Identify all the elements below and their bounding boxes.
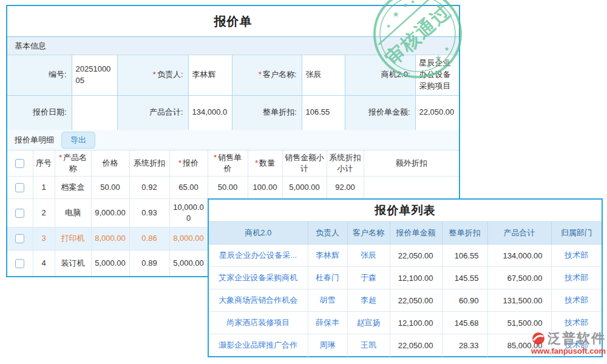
list-cell-owner[interactable]: 周琳 — [308, 334, 347, 357]
list-cell-owner[interactable]: 薛保丰 — [308, 312, 347, 334]
field-label-text: 报价日期: — [33, 107, 67, 116]
column-header-product-name: *产品名称 — [55, 150, 91, 176]
required-asterisk: * — [178, 158, 181, 167]
basic-info-section-header: 基本信息 — [7, 36, 459, 55]
list-cell-department[interactable]: 技术部 — [551, 334, 602, 357]
field-label-text: 整单折扣: — [263, 107, 297, 116]
list-cell-amount: 12,100.00 — [390, 267, 442, 289]
field-label: 报价日期: — [7, 95, 72, 130]
svg-text:★: ★ — [410, 0, 415, 5]
basic-info-section-title: 基本信息 — [15, 41, 46, 52]
list-window-title: 报价单列表 — [209, 200, 602, 221]
cell-extra-discount — [364, 176, 459, 198]
required-asterisk: * — [214, 153, 217, 162]
row-checkbox[interactable] — [15, 234, 24, 243]
list-column-header-department[interactable]: 归属部门 — [551, 222, 602, 244]
field-label-text: 编号: — [49, 70, 67, 79]
cell-seq: 2 — [33, 198, 55, 227]
column-header-seq: 序号 — [33, 150, 55, 176]
field-label-text: 产品合计: — [149, 107, 183, 116]
required-asterisk: * — [259, 70, 262, 79]
list-cell-department[interactable]: 技术部 — [551, 244, 602, 267]
list-cell-customer[interactable]: 于森 — [347, 267, 390, 289]
column-header-sys-discount: 系统折扣 — [129, 150, 169, 176]
field-value[interactable]: 22,050.00 — [415, 95, 459, 130]
row-checkbox[interactable] — [15, 259, 24, 268]
field-value[interactable]: 2025100005 — [72, 55, 117, 95]
field-value[interactable]: 张辰 — [302, 55, 345, 95]
list-row[interactable]: 大象商场营销合作机会胡雪李超22,050.0060.90131,500.00技术… — [209, 289, 602, 312]
list-cell-discount: 106.55 — [442, 244, 487, 267]
list-cell-opportunity[interactable]: 星辰企业办公设备采... — [209, 244, 308, 267]
list-row[interactable]: 灏影企业品牌推广合作周琳王凯22,050.0028.3385,000.00技术部 — [209, 334, 602, 357]
field-value[interactable]: 李林辉 — [188, 55, 232, 95]
list-column-header-amount[interactable]: 报价单金额 — [390, 222, 442, 244]
row-checkbox-cell — [7, 250, 33, 276]
list-cell-opportunity[interactable]: 大象商场营销合作机会 — [209, 289, 308, 312]
field-label: 报价单金额: — [345, 95, 415, 130]
field-value[interactable]: 106.55 — [302, 95, 345, 130]
list-cell-opportunity[interactable]: 艾家企业设备采购商机 — [209, 267, 308, 289]
field-value[interactable]: 134,000.0 — [188, 95, 232, 130]
field-value[interactable] — [72, 95, 117, 130]
column-header-text: 报价 — [183, 158, 198, 167]
list-row[interactable]: 尚家酒店装修项目薛保丰赵宣扬12,100.00145.6851,500.00技术… — [209, 312, 602, 334]
cell-product-name: 档案盒 — [55, 176, 91, 198]
list-cell-opportunity[interactable]: 尚家酒店装修项目 — [209, 312, 308, 334]
cell-sys-discount: 0.86 — [129, 227, 169, 250]
field-label-text: 负责人: — [157, 70, 183, 79]
table-row[interactable]: 1档案盒50.000.9265.0050.00100.005,000.0092.… — [7, 176, 459, 198]
list-column-header-product-total[interactable]: 产品合计 — [487, 222, 551, 244]
list-column-header-discount[interactable]: 整单折扣 — [442, 222, 487, 244]
cell-quote: 5,000.00 — [169, 250, 208, 276]
list-cell-department[interactable]: 技术部 — [551, 267, 602, 289]
required-asterisk: * — [255, 158, 258, 167]
quote-list-table: 商机2.0负责人客户名称报价单金额整单折扣产品合计归属部门星辰企业办公设备采..… — [209, 221, 602, 357]
list-row[interactable]: 艾家企业设备采购商机杜春门于森12,100.00145.5567,500.00技… — [209, 267, 602, 289]
list-cell-amount: 22,050.00 — [390, 289, 442, 312]
list-cell-opportunity[interactable]: 灏影企业品牌推广合作 — [209, 334, 308, 357]
list-cell-customer[interactable]: 张辰 — [347, 244, 390, 267]
column-header-text: 销售金额小计 — [285, 153, 324, 173]
list-cell-department[interactable]: 技术部 — [551, 289, 602, 312]
quote-list-window: 报价单列表 商机2.0负责人客户名称报价单金额整单折扣产品合计归属部门星辰企业办… — [208, 198, 603, 357]
list-cell-owner[interactable]: 杜春门 — [308, 267, 347, 289]
required-asterisk: * — [59, 153, 62, 162]
export-button[interactable]: 导出 — [61, 132, 95, 149]
list-cell-owner[interactable]: 李林辉 — [308, 244, 347, 267]
list-cell-product-total: 85,000.00 — [487, 334, 551, 357]
column-header-price: 价格 — [91, 150, 129, 176]
list-cell-owner[interactable]: 胡雪 — [308, 289, 347, 312]
cell-product-name: 打印机 — [55, 227, 91, 250]
row-checkbox[interactable] — [15, 209, 24, 218]
column-header-text: 销售单价 — [218, 153, 242, 173]
field-label: 编号: — [7, 55, 72, 95]
basic-info-row: 报价日期:产品合计:134,000.0整单折扣:106.55报价单金额:22,0… — [7, 95, 459, 130]
field-label-text: 报价单金额: — [368, 107, 410, 116]
detail-section-title: 报价单明细 — [15, 135, 54, 146]
cell-seq: 1 — [33, 176, 55, 198]
list-cell-customer[interactable]: 王凯 — [347, 334, 390, 357]
field-label-text: 商机2.0: — [381, 70, 410, 79]
list-cell-discount: 60.90 — [442, 289, 487, 312]
column-header-text: 数量 — [259, 158, 275, 167]
list-cell-customer[interactable]: 赵宣扬 — [347, 312, 390, 334]
cell-sys-discount-subtotal: 92.00 — [327, 176, 364, 198]
list-column-header-opportunity[interactable]: 商机2.0 — [209, 222, 308, 244]
list-column-header-owner[interactable]: 负责人 — [308, 222, 347, 244]
list-cell-amount: 12,100.00 — [390, 312, 442, 334]
field-value[interactable]: 星辰企业办公设备采购项目 — [415, 55, 459, 95]
column-header-sale-amount-subtotal: 销售金额小计 — [282, 150, 327, 176]
select-all-checkbox[interactable] — [15, 159, 24, 168]
list-cell-department[interactable]: 技术部 — [551, 312, 602, 334]
cell-price: 9,000.00 — [91, 198, 129, 227]
list-row[interactable]: 星辰企业办公设备采...李林辉张辰22,050.00106.55134,000.… — [209, 244, 602, 267]
column-header-sale-price: *销售单价 — [208, 150, 248, 176]
field-label: *负责人: — [117, 55, 188, 95]
list-cell-customer[interactable]: 李超 — [347, 289, 390, 312]
row-checkbox[interactable] — [15, 183, 24, 192]
column-header-text: 系统折扣小计 — [330, 153, 361, 173]
list-column-header-customer[interactable]: 客户名称 — [347, 222, 390, 244]
cell-product-name: 电脑 — [55, 198, 91, 227]
detail-section-header: 报价单明细 导出 — [7, 130, 459, 150]
